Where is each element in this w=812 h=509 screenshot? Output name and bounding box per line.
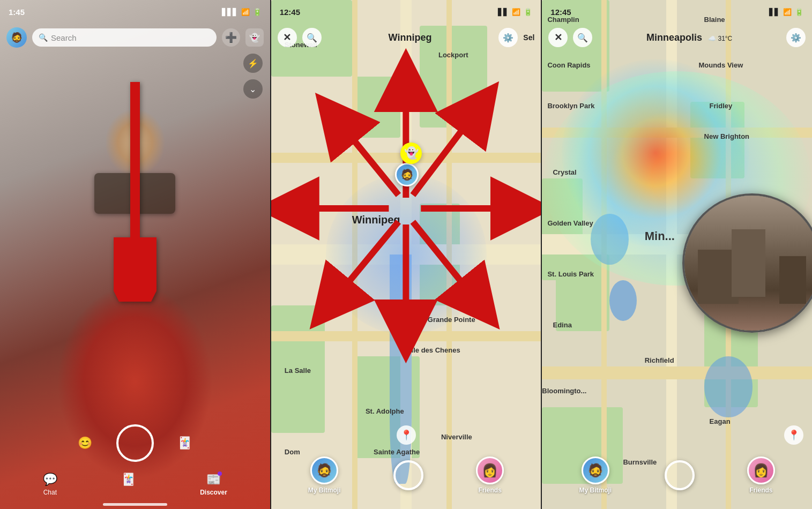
add-friend-button[interactable]: ➕ <box>222 28 240 47</box>
battery-icon-2: 🔋 <box>524 8 532 16</box>
user-bitmoji-marker: 🧔 <box>395 163 419 186</box>
signal-icon-2: ▋▋ <box>498 8 509 16</box>
camera-top-bar: 🧔 🔍 Search ➕ 👻 <box>0 24 270 51</box>
minneapolis-map-panel: Champlin Blaine Coon Rapids Mounds View … <box>542 0 812 509</box>
center-shutter-nav[interactable] <box>393 460 423 490</box>
fridley-label: Fridley <box>710 102 733 110</box>
my-bitmoji-nav-3[interactable]: 🧔 My Bitmoji <box>579 456 612 494</box>
camera-panel: 1:45 ▋▋▋ 📶 🔋 🧔 🔍 Search ➕ 👻 ⚡ ⌄ <box>0 0 271 509</box>
status-icons: ▋▋▋ 📶 🔋 <box>222 8 262 16</box>
new-brighton-label: New Brighton <box>704 132 750 140</box>
settings-button-2[interactable]: ⚙️ <box>498 28 518 47</box>
settings-button-3[interactable]: ⚙️ <box>786 28 806 47</box>
bottom-nav: 💬 Chat 🃏 📰 Discover <box>0 473 270 496</box>
bloomington-label: Bloomingto... <box>542 387 586 395</box>
winnipeg-map-panel: Stonewall Lockport Winnipeg Grande Point… <box>271 0 542 509</box>
map-bottom-nav-2: 🧔 My Bitmoji 👩 Friends <box>271 450 541 509</box>
more-button[interactable]: ⌄ <box>243 79 263 99</box>
spotlight-circle <box>682 193 812 333</box>
map-shutter-button-3[interactable] <box>665 460 695 490</box>
map-city-title-3: Minneapolis ☁️ 31°C <box>598 32 781 43</box>
golden-valley-label: Golden Valley <box>547 219 593 227</box>
my-bitmoji-avatar: 🧔 <box>310 456 338 484</box>
signal-icon-3: ▋▋ <box>769 8 780 16</box>
search-label: Search <box>51 33 77 42</box>
weather-temp: ☁️ 31°C <box>708 35 732 42</box>
signal-icon: ▋▋▋ <box>222 8 238 16</box>
friends-nav[interactable]: 👩 Friends <box>476 456 504 494</box>
memories-icon: 🃏 <box>121 473 136 486</box>
st-louis-park-label: St. Louis Park <box>547 270 594 278</box>
road-494 <box>542 366 812 379</box>
ghost-icon[interactable]: 👻 <box>245 28 264 47</box>
map-top-bar-3: ✕ 🔍 Minneapolis ☁️ 31°C ⚙️ <box>542 24 812 51</box>
city-name-3: Minneapolis <box>646 32 702 43</box>
status-bar-2: 12:45 ▋▋ 📶 🔋 <box>271 0 541 24</box>
locate-button-3[interactable]: 📍 <box>784 425 803 445</box>
coon-rapids-label: Coon Rapids <box>547 61 590 69</box>
status-icons-2: ▋▋ 📶 🔋 <box>498 8 532 16</box>
status-bar-3: 12:45 ▋▋ 📶 🔋 <box>542 0 812 24</box>
battery-icon: 🔋 <box>253 8 262 16</box>
friends-label: Friends <box>478 486 501 494</box>
center-shutter-nav-3[interactable] <box>665 460 695 490</box>
spotlight-photo <box>684 196 812 331</box>
battery-icon-3: 🔋 <box>795 8 803 16</box>
shutter-row: 😊 🃏 <box>76 424 195 462</box>
map-shutter-button[interactable] <box>393 460 423 490</box>
eagan-label: Eagan <box>710 417 731 425</box>
friends-avatar-3: 👩 <box>747 456 775 484</box>
sel-label: Sel <box>523 33 534 42</box>
friends-avatar: 👩 <box>476 456 504 484</box>
crystal-label: Crystal <box>553 168 576 176</box>
search-icon: 🔍 <box>39 33 48 42</box>
wifi-icon-3: 📶 <box>783 8 792 16</box>
user-avatar[interactable]: 🧔 <box>6 27 27 48</box>
close-button-2[interactable]: ✕ <box>278 28 297 47</box>
nav-discover[interactable]: 📰 Discover <box>200 473 227 496</box>
edina-label: Edina <box>553 321 571 329</box>
lake-3 <box>704 356 753 417</box>
flip-button[interactable]: 🃏 <box>175 433 195 453</box>
svg-line-8 <box>330 222 398 305</box>
svg-line-4 <box>413 107 480 195</box>
discover-label: Discover <box>200 489 227 496</box>
map-bottom-nav-3: 🧔 My Bitmoji 👩 Friends <box>542 450 812 509</box>
my-bitmoji-avatar-3: 🧔 <box>582 456 609 484</box>
map-city-title-2: Winnipeg <box>327 32 494 43</box>
status-time: 1:45 <box>9 8 25 17</box>
svg-line-6 <box>413 222 480 305</box>
status-time-2: 12:45 <box>280 8 300 17</box>
friends-nav-3[interactable]: 👩 Friends <box>747 456 775 494</box>
nav-memories[interactable]: 🃏 <box>121 473 136 496</box>
map-top-bar-2: ✕ 🔍 Winnipeg ⚙️ Sel <box>271 24 541 51</box>
status-icons-3: ▋▋ 📶 🔋 <box>769 8 803 16</box>
brooklyn-park-label: Brooklyn Park <box>547 102 594 110</box>
chat-icon: 💬 <box>43 473 57 486</box>
discover-icon-wrap: 📰 <box>206 473 221 486</box>
status-bar: 1:45 ▋▋▋ 📶 🔋 <box>0 0 270 24</box>
right-controls: ⚡ ⌄ <box>243 54 263 99</box>
red-arrow-down <box>114 77 157 304</box>
minneapolis-label: Min... <box>645 229 675 243</box>
bottom-controls: 😊 🃏 💬 Chat 🃏 📰 Discover <box>0 423 270 509</box>
nav-chat[interactable]: 💬 Chat <box>43 473 57 496</box>
search-bar[interactable]: 🔍 Search <box>32 28 217 47</box>
map-search-button-3[interactable]: 🔍 <box>573 28 592 47</box>
my-bitmoji-label: My Bitmoji <box>308 486 341 494</box>
chat-label: Chat <box>43 489 57 496</box>
locate-button-2[interactable]: 📍 <box>397 425 416 445</box>
svg-line-10 <box>335 117 398 195</box>
richfield-label: Richfield <box>645 356 674 364</box>
shutter-button[interactable] <box>116 424 154 462</box>
close-button-3[interactable]: ✕ <box>548 28 568 47</box>
my-bitmoji-nav[interactable]: 🧔 My Bitmoji <box>308 456 341 494</box>
wifi-icon: 📶 <box>241 8 250 16</box>
map-search-button-2[interactable]: 🔍 <box>302 28 322 47</box>
wifi-icon-2: 📶 <box>512 8 520 16</box>
bitmoji-avatar: 🧔 <box>395 163 419 186</box>
flash-button[interactable]: ⚡ <box>243 54 263 73</box>
discover-notification-dot <box>218 471 222 476</box>
lens-button[interactable]: 😊 <box>76 433 95 453</box>
friends-label-3: Friends <box>749 486 772 494</box>
